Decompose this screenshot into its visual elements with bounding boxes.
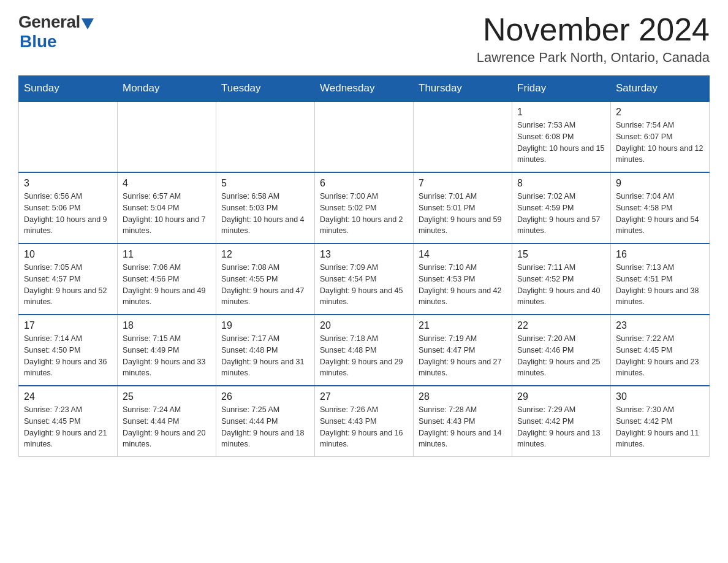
calendar-table: SundayMondayTuesdayWednesdayThursdayFrid…: [18, 75, 710, 457]
calendar-cell: 22Sunrise: 7:20 AMSunset: 4:46 PMDayligh…: [512, 315, 611, 386]
day-info: Sunrise: 7:26 AMSunset: 4:43 PMDaylight:…: [320, 404, 408, 450]
calendar-cell: 7Sunrise: 7:01 AMSunset: 5:01 PMDaylight…: [414, 172, 512, 243]
calendar-cell: 4Sunrise: 6:57 AMSunset: 5:04 PMDaylight…: [118, 172, 216, 243]
day-number: 27: [320, 391, 408, 402]
day-number: 11: [123, 249, 211, 260]
weekday-header-wednesday: Wednesday: [315, 76, 414, 102]
day-info: Sunrise: 7:25 AMSunset: 4:44 PMDaylight:…: [221, 404, 309, 450]
day-number: 2: [616, 107, 704, 118]
day-info: Sunrise: 7:28 AMSunset: 4:43 PMDaylight:…: [419, 404, 507, 450]
weekday-header-friday: Friday: [512, 76, 611, 102]
day-info: Sunrise: 6:58 AMSunset: 5:03 PMDaylight:…: [221, 191, 309, 237]
weekday-header-monday: Monday: [118, 76, 216, 102]
calendar-cell: 17Sunrise: 7:14 AMSunset: 4:50 PMDayligh…: [19, 315, 118, 386]
day-number: 22: [517, 320, 605, 331]
day-number: 17: [24, 320, 112, 331]
day-info: Sunrise: 7:14 AMSunset: 4:50 PMDaylight:…: [24, 333, 112, 379]
day-number: 4: [123, 178, 211, 189]
calendar-cell: 15Sunrise: 7:11 AMSunset: 4:52 PMDayligh…: [512, 243, 611, 315]
calendar-cell: 26Sunrise: 7:25 AMSunset: 4:44 PMDayligh…: [216, 386, 315, 457]
weekday-row: SundayMondayTuesdayWednesdayThursdayFrid…: [19, 76, 710, 102]
day-info: Sunrise: 7:00 AMSunset: 5:02 PMDaylight:…: [320, 191, 408, 237]
day-number: 29: [517, 391, 605, 402]
calendar-cell: 24Sunrise: 7:23 AMSunset: 4:45 PMDayligh…: [19, 386, 118, 457]
day-number: 21: [419, 320, 507, 331]
calendar-cell: 14Sunrise: 7:10 AMSunset: 4:53 PMDayligh…: [414, 243, 512, 315]
calendar-cell: 19Sunrise: 7:17 AMSunset: 4:48 PMDayligh…: [216, 315, 315, 386]
calendar-cell: [414, 101, 512, 172]
day-info: Sunrise: 7:17 AMSunset: 4:48 PMDaylight:…: [221, 333, 309, 379]
calendar-body: 1Sunrise: 7:53 AMSunset: 6:08 PMDaylight…: [19, 101, 710, 457]
week-row-5: 24Sunrise: 7:23 AMSunset: 4:45 PMDayligh…: [19, 386, 710, 457]
calendar-cell: 13Sunrise: 7:09 AMSunset: 4:54 PMDayligh…: [315, 243, 414, 315]
week-row-2: 3Sunrise: 6:56 AMSunset: 5:06 PMDaylight…: [19, 172, 710, 243]
day-info: Sunrise: 7:18 AMSunset: 4:48 PMDaylight:…: [320, 333, 408, 379]
day-number: 14: [419, 249, 507, 260]
weekday-header-thursday: Thursday: [414, 76, 512, 102]
day-number: 26: [221, 391, 309, 402]
calendar-cell: 10Sunrise: 7:05 AMSunset: 4:57 PMDayligh…: [19, 243, 118, 315]
day-number: 18: [123, 320, 211, 331]
calendar-cell: 30Sunrise: 7:30 AMSunset: 4:42 PMDayligh…: [611, 386, 710, 457]
logo-blue-text: Blue: [20, 32, 57, 52]
day-number: 23: [616, 320, 704, 331]
logo-general-text: General: [18, 12, 80, 32]
week-row-1: 1Sunrise: 7:53 AMSunset: 6:08 PMDaylight…: [19, 101, 710, 172]
day-number: 6: [320, 178, 408, 189]
day-number: 12: [221, 249, 309, 260]
calendar-cell: 1Sunrise: 7:53 AMSunset: 6:08 PMDaylight…: [512, 101, 611, 172]
day-number: 7: [419, 178, 507, 189]
calendar-cell: 20Sunrise: 7:18 AMSunset: 4:48 PMDayligh…: [315, 315, 414, 386]
weekday-header-saturday: Saturday: [611, 76, 710, 102]
day-info: Sunrise: 7:05 AMSunset: 4:57 PMDaylight:…: [24, 262, 112, 308]
calendar-cell: 8Sunrise: 7:02 AMSunset: 4:59 PMDaylight…: [512, 172, 611, 243]
day-number: 1: [517, 107, 605, 118]
day-number: 8: [517, 178, 605, 189]
day-info: Sunrise: 7:02 AMSunset: 4:59 PMDaylight:…: [517, 191, 605, 237]
day-info: Sunrise: 7:54 AMSunset: 6:07 PMDaylight:…: [616, 120, 704, 166]
calendar-cell: 3Sunrise: 6:56 AMSunset: 5:06 PMDaylight…: [19, 172, 118, 243]
day-info: Sunrise: 7:01 AMSunset: 5:01 PMDaylight:…: [419, 191, 507, 237]
day-info: Sunrise: 6:57 AMSunset: 5:04 PMDaylight:…: [123, 191, 211, 237]
day-info: Sunrise: 7:30 AMSunset: 4:42 PMDaylight:…: [616, 404, 704, 450]
day-info: Sunrise: 7:13 AMSunset: 4:51 PMDaylight:…: [616, 262, 704, 308]
day-info: Sunrise: 7:23 AMSunset: 4:45 PMDaylight:…: [24, 404, 112, 450]
calendar-cell: 27Sunrise: 7:26 AMSunset: 4:43 PMDayligh…: [315, 386, 414, 457]
calendar-cell: 21Sunrise: 7:19 AMSunset: 4:47 PMDayligh…: [414, 315, 512, 386]
day-info: Sunrise: 7:19 AMSunset: 4:47 PMDaylight:…: [419, 333, 507, 379]
day-info: Sunrise: 7:24 AMSunset: 4:44 PMDaylight:…: [123, 404, 211, 450]
calendar-cell: 9Sunrise: 7:04 AMSunset: 4:58 PMDaylight…: [611, 172, 710, 243]
day-number: 28: [419, 391, 507, 402]
logo-triangle-icon: [82, 18, 94, 29]
day-info: Sunrise: 7:22 AMSunset: 4:45 PMDaylight:…: [616, 333, 704, 379]
day-info: Sunrise: 7:10 AMSunset: 4:53 PMDaylight:…: [419, 262, 507, 308]
calendar-cell: 11Sunrise: 7:06 AMSunset: 4:56 PMDayligh…: [118, 243, 216, 315]
location-title: Lawrence Park North, Ontario, Canada: [477, 50, 710, 66]
day-number: 20: [320, 320, 408, 331]
calendar-cell: [118, 101, 216, 172]
logo: General Blue: [18, 12, 94, 52]
calendar-cell: 23Sunrise: 7:22 AMSunset: 4:45 PMDayligh…: [611, 315, 710, 386]
day-info: Sunrise: 7:04 AMSunset: 4:58 PMDaylight:…: [616, 191, 704, 237]
day-number: 30: [616, 391, 704, 402]
day-number: 19: [221, 320, 309, 331]
day-info: Sunrise: 7:20 AMSunset: 4:46 PMDaylight:…: [517, 333, 605, 379]
week-row-3: 10Sunrise: 7:05 AMSunset: 4:57 PMDayligh…: [19, 243, 710, 315]
day-info: Sunrise: 7:09 AMSunset: 4:54 PMDaylight:…: [320, 262, 408, 308]
weekday-header-tuesday: Tuesday: [216, 76, 315, 102]
week-row-4: 17Sunrise: 7:14 AMSunset: 4:50 PMDayligh…: [19, 315, 710, 386]
page-header: General Blue November 2024 Lawrence Park…: [18, 12, 710, 66]
calendar-cell: 12Sunrise: 7:08 AMSunset: 4:55 PMDayligh…: [216, 243, 315, 315]
calendar-header: SundayMondayTuesdayWednesdayThursdayFrid…: [19, 76, 710, 102]
day-info: Sunrise: 7:06 AMSunset: 4:56 PMDaylight:…: [123, 262, 211, 308]
calendar-cell: 16Sunrise: 7:13 AMSunset: 4:51 PMDayligh…: [611, 243, 710, 315]
calendar-cell: 18Sunrise: 7:15 AMSunset: 4:49 PMDayligh…: [118, 315, 216, 386]
calendar-cell: 2Sunrise: 7:54 AMSunset: 6:07 PMDaylight…: [611, 101, 710, 172]
day-info: Sunrise: 6:56 AMSunset: 5:06 PMDaylight:…: [24, 191, 112, 237]
calendar-cell: [19, 101, 118, 172]
weekday-header-sunday: Sunday: [19, 76, 118, 102]
calendar-cell: 25Sunrise: 7:24 AMSunset: 4:44 PMDayligh…: [118, 386, 216, 457]
day-number: 3: [24, 178, 112, 189]
day-number: 9: [616, 178, 704, 189]
day-number: 10: [24, 249, 112, 260]
